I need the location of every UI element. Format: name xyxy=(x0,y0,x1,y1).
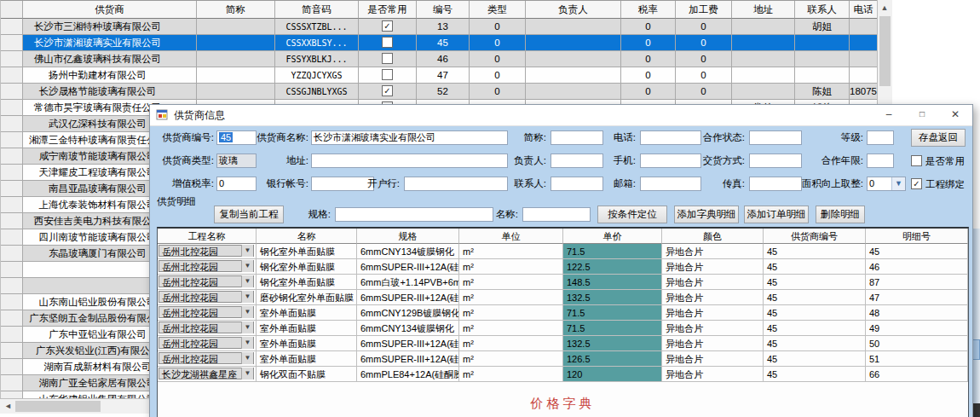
cell[interactable]: 45 xyxy=(764,259,866,275)
cell-short_name[interactable] xyxy=(197,84,275,100)
column-header[interactable]: 简音码 xyxy=(275,1,359,19)
cell-type[interactable]: 0 xyxy=(470,51,526,67)
cell-phone[interactable]: 180751 xyxy=(850,84,878,100)
cell-id[interactable]: 47 xyxy=(417,67,470,84)
add-dictionary-detail-button[interactable]: 添加字典明细 xyxy=(674,206,739,223)
cell[interactable]: 71.5 xyxy=(563,244,662,259)
common-use-checkbox[interactable] xyxy=(382,20,393,32)
column-header[interactable]: 规格 xyxy=(357,229,459,244)
cell[interactable]: 异地合片 xyxy=(662,290,764,305)
column-header[interactable]: 单位 xyxy=(459,229,563,244)
save-return-button[interactable]: 存盘返回 xyxy=(911,129,966,147)
project-bind-checkbox[interactable]: 工程绑定 xyxy=(911,177,965,191)
row-header-cell[interactable] xyxy=(1,359,23,375)
cell-pinyin[interactable]: FSSYXBLKJ... xyxy=(275,51,359,67)
coop-years-field[interactable] xyxy=(867,153,894,168)
cell[interactable]: 71.5 xyxy=(563,321,662,336)
detail-row[interactable]: 岳州北控花园▼室外单面贴膜6mmCNY129B镀膜钢化m²71.5异地合片454… xyxy=(158,305,968,321)
project-combobox[interactable]: 岳州北控花园▼ xyxy=(158,305,257,321)
delivery-mode-field[interactable] xyxy=(749,153,802,168)
cell[interactable]: 45 xyxy=(764,351,866,367)
maximize-button[interactable]: □ xyxy=(906,105,938,125)
cell-address[interactable] xyxy=(732,84,795,100)
cell[interactable]: m² xyxy=(459,259,563,275)
chevron-down-icon[interactable]: ▼ xyxy=(241,275,253,287)
coop-status-field[interactable] xyxy=(749,130,802,145)
detail-row[interactable]: 岳州北控花园▼室外单面贴膜6mmCNY134镀膜钢化m²71.5异地合片4549 xyxy=(158,321,968,336)
row-header-cell[interactable] xyxy=(1,51,23,67)
cell-id[interactable]: 46 xyxy=(417,51,470,67)
cell[interactable]: 45 xyxy=(764,290,866,305)
cell[interactable]: 45 xyxy=(764,336,866,351)
cell[interactable]: 钢化室外单面贴膜 xyxy=(257,275,357,290)
cell[interactable]: 122.5 xyxy=(563,259,662,275)
cell[interactable]: 钢化双面不贴膜 xyxy=(257,367,357,382)
column-header[interactable]: 供货商编号 xyxy=(764,229,866,244)
row-header-cell[interactable] xyxy=(1,327,23,343)
row-header-cell[interactable] xyxy=(1,19,23,35)
cell[interactable]: 异地合片 xyxy=(662,321,764,336)
cell[interactable]: 132.5 xyxy=(563,336,662,351)
supplier-name-field[interactable]: 长沙市潇湘玻璃实业有限公司 xyxy=(311,130,508,145)
cell[interactable]: 6mm白玻+1.14PVB+6mm... xyxy=(357,275,459,290)
project-combobox[interactable]: 岳州北控花园▼ xyxy=(158,351,257,367)
close-button[interactable]: ✕ xyxy=(939,105,971,125)
dialog-titlebar[interactable]: 供货商信息 – □ ✕ xyxy=(150,105,972,126)
project-combobox-value[interactable]: 岳州北控花园 xyxy=(159,291,254,303)
cell[interactable]: 6mmSUPER-III+12A(硅... xyxy=(357,351,459,367)
add-order-detail-button[interactable]: 添加订单明细 xyxy=(744,206,809,223)
row-header-cell[interactable] xyxy=(1,246,23,262)
cell[interactable]: 87 xyxy=(866,275,968,290)
column-header[interactable]: 编号 xyxy=(417,1,470,19)
common-use-checkbox[interactable] xyxy=(382,85,393,96)
row-header-cell[interactable] xyxy=(1,278,23,294)
cell[interactable]: 钢化室外单面贴膜 xyxy=(257,244,357,259)
cell-address[interactable] xyxy=(732,35,795,51)
cell[interactable]: 51 xyxy=(866,351,968,367)
column-header[interactable]: 名称 xyxy=(257,229,357,244)
row-header-cell[interactable] xyxy=(1,294,23,310)
checkbox-icon[interactable] xyxy=(911,155,922,166)
common-use-checkbox[interactable] xyxy=(382,69,393,80)
column-header[interactable]: 颜色 xyxy=(662,229,764,244)
cell-tax[interactable]: 0 xyxy=(621,67,676,84)
cell[interactable]: m² xyxy=(459,336,563,351)
cell-manager[interactable] xyxy=(526,51,621,67)
cell-address[interactable] xyxy=(732,51,795,67)
cell-phone[interactable] xyxy=(850,35,878,51)
cell[interactable]: 49 xyxy=(866,321,968,336)
row-header-cell[interactable] xyxy=(1,84,23,100)
column-header[interactable]: 加工费 xyxy=(676,1,732,19)
chevron-down-icon[interactable]: ▼ xyxy=(241,245,253,257)
detail-row[interactable]: 岳州北控花园▼室外单面贴膜6mmSUPER-III+12A(硅...m²126.… xyxy=(158,351,968,367)
cell[interactable]: 室外单面贴膜 xyxy=(257,321,357,336)
column-header[interactable]: 类型 xyxy=(470,1,526,19)
column-header[interactable]: 负责人 xyxy=(526,1,621,19)
project-combobox[interactable]: 岳州北控花园▼ xyxy=(158,244,257,259)
cell[interactable]: 室外单面贴膜 xyxy=(257,336,357,351)
cell-common[interactable] xyxy=(359,19,417,35)
project-combobox-value[interactable]: 岳州北控花园 xyxy=(159,260,254,272)
bank-field[interactable] xyxy=(404,177,508,191)
cell-contact[interactable]: 胡姐 xyxy=(795,19,850,35)
cell[interactable]: 45 xyxy=(764,367,866,382)
address-field[interactable] xyxy=(311,153,508,168)
project-combobox-value[interactable]: 长沙龙湖祺鑫星座 xyxy=(159,368,254,379)
cell[interactable]: m² xyxy=(459,321,563,336)
cell-short_name[interactable] xyxy=(197,67,275,84)
common-use-checkbox[interactable] xyxy=(382,37,393,48)
cell[interactable]: 室外单面贴膜 xyxy=(257,351,357,367)
scroll-up-icon[interactable]: ▲ xyxy=(878,2,891,14)
cell-phone[interactable] xyxy=(850,67,878,84)
row-header-cell[interactable] xyxy=(1,343,23,359)
cell[interactable]: 132.5 xyxy=(563,290,662,305)
common-use-checkbox[interactable]: 是否常用 xyxy=(911,154,965,168)
cell[interactable]: 46 xyxy=(866,259,968,275)
cell[interactable]: m² xyxy=(459,367,563,382)
table-row[interactable]: 长沙市三湘特种玻璃有限公司CSSSXTZBL...13000胡姐 xyxy=(1,19,892,35)
cell[interactable]: 异地合片 xyxy=(662,275,764,290)
cell[interactable]: 6mmPLE84+12A(硅酮胶... xyxy=(357,367,459,382)
cell[interactable]: 室外单面贴膜 xyxy=(257,305,357,321)
cell[interactable]: 异地合片 xyxy=(662,244,764,259)
project-combobox-value[interactable]: 岳州北控花园 xyxy=(159,306,254,318)
